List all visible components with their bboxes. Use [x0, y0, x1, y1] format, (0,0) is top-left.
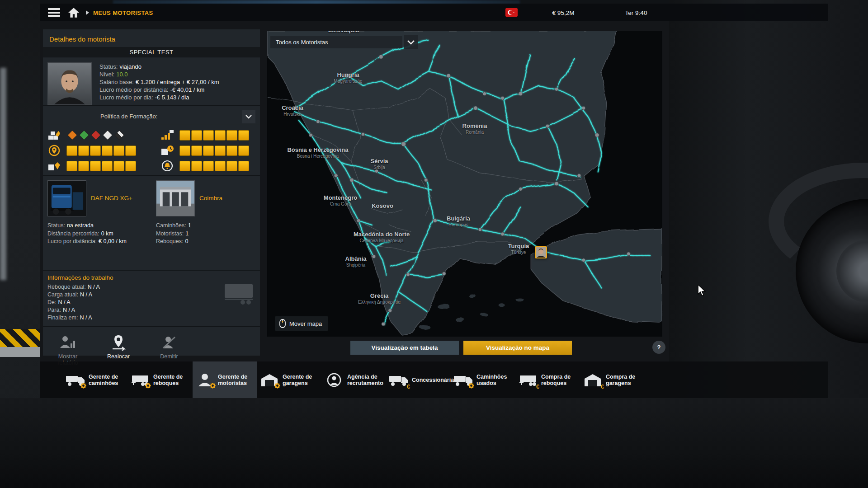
garage-stat-row: Caminhões:1: [156, 222, 191, 230]
garage-name-link[interactable]: Coimbra: [199, 195, 222, 202]
garage-stat-row: Reboques:0: [156, 238, 191, 246]
garage-gear-icon: [259, 373, 279, 387]
stat-profit-distance: Lucro médio por distância:-€ 40,01 / km: [99, 86, 219, 94]
trailer-buy-icon: €: [518, 373, 538, 387]
driver-photo: [47, 62, 92, 105]
trailer-placeholder-image: [223, 281, 255, 306]
fragile-time-icon: [160, 145, 175, 156]
recruitment-person-icon: [324, 373, 344, 387]
driver-filter-dropdown[interactable]: Todos os Motoristas: [270, 36, 402, 48]
report-icon: [48, 333, 87, 351]
bottombar-item-recruitment-agency[interactable]: Agência de recrutamento: [322, 361, 387, 398]
driver-stats: Status:viajando Nível:10.0 Salário base:…: [99, 63, 219, 101]
job-info-row: Finaliza em:N / A: [47, 314, 260, 322]
topbar: MEUS MOTORISTAS € 95,2M Ter 9:40: [40, 4, 828, 21]
skill-adr: [47, 129, 125, 141]
training-policy-dropdown[interactable]: Política de Formação:: [43, 109, 260, 125]
game-time: Ter 9:40: [611, 9, 661, 16]
map-canvas[interactable]: Eslováquia HungriaMagyarország CroáciaHr…: [267, 31, 662, 337]
view-table-button[interactable]: Visualização em tabela: [350, 341, 459, 355]
truck-stat-row: Lucro por distância:€ 0,00 / km: [47, 238, 127, 246]
destination-pin-icon: [47, 145, 62, 156]
driver-filter-expand-button[interactable]: [404, 35, 418, 49]
bottombar: Gerente de caminhões Gerente de reboques…: [40, 361, 828, 398]
truck-stat-row: Distância percorrida:0 km: [47, 230, 127, 238]
garage-floor: [0, 398, 868, 488]
used-truck-gear-icon: [453, 373, 473, 387]
skill-fragile: [160, 144, 249, 157]
bottombar-item-driver-manager[interactable]: Gerente de motoristas: [193, 361, 257, 398]
garage-stat-row: Motoristas:1: [156, 230, 191, 238]
bottombar-item-trailer-manager[interactable]: Gerente de reboques: [128, 361, 193, 398]
mouse-icon: [279, 319, 286, 328]
driver-actions: Mostrar relatório Realocar: [43, 327, 260, 366]
high-value-icon: [47, 160, 62, 172]
garage-buy-icon: €: [583, 373, 603, 387]
truck-stats: Status:na estrada Distância percorrida:0…: [47, 222, 127, 246]
urgent-bell-icon: [160, 160, 175, 172]
hamburger-menu-button[interactable]: [48, 8, 60, 17]
driver-manager-window: Detalhes do motorista SPECIAL TEST Statu…: [40, 21, 669, 361]
truck-stat-row: Status:na estrada: [47, 222, 127, 230]
truck-name-link[interactable]: DAF NGD XG+: [91, 195, 132, 202]
dealer-truck-icon: €: [389, 373, 409, 387]
truck-thumbnail[interactable]: [47, 180, 86, 216]
relocate-pin-icon: [99, 333, 138, 351]
dismiss-person-icon: [150, 333, 189, 351]
bottombar-item-garage-purchase[interactable]: € Compra de garagens: [580, 361, 645, 398]
long-distance-icon: [160, 129, 175, 141]
adr-icon: [47, 129, 62, 141]
garage-thumbnail[interactable]: [156, 180, 195, 216]
stat-level: Nível:10.0: [99, 70, 219, 78]
bottombar-item-dealers[interactable]: € Concessionárias: [387, 361, 451, 398]
hazard-class-icon: [114, 130, 125, 141]
floor-band: [0, 347, 40, 357]
skills-grid: [43, 125, 260, 176]
trailer-gear-icon: [130, 373, 150, 387]
breadcrumb[interactable]: MEUS MOTORISTAS: [93, 9, 153, 16]
breadcrumb-chevron-icon: [86, 10, 89, 15]
panel-title: Detalhes do motorista: [43, 29, 260, 47]
home-button[interactable]: [68, 7, 80, 18]
hazard-class-icon: [67, 130, 78, 141]
bottombar-item-garage-manager[interactable]: Gerente de garagens: [257, 361, 322, 398]
help-button[interactable]: ?: [652, 341, 665, 354]
driver-details-panel: Detalhes do motorista SPECIAL TEST Statu…: [43, 29, 260, 356]
stat-status: Status:viajando: [99, 63, 219, 70]
driver-name-header: SPECIAL TEST: [43, 47, 260, 57]
view-map-button[interactable]: Visualização no mapa: [463, 341, 572, 355]
europe-map: [267, 31, 662, 337]
chevron-down-icon[interactable]: [242, 110, 255, 123]
truck-gear-icon: [66, 373, 85, 387]
stat-salary: Salário base:€ 1.200 / entrega + € 27,00…: [99, 78, 219, 86]
driver-map-marker[interactable]: [535, 246, 547, 258]
skill-high-value: [47, 160, 136, 172]
turkish-flag-icon: [505, 8, 518, 17]
bottombar-item-trailer-purchase[interactable]: € Compra de reboques: [516, 361, 580, 398]
money-display: € 95,2M: [538, 9, 588, 16]
bottombar-item-truck-manager[interactable]: Gerente de caminhões: [63, 361, 128, 398]
skill-long-distance: [160, 129, 249, 141]
job-info-title: Informações do trabalho: [47, 274, 260, 281]
bottombar-item-used-trucks[interactable]: Caminhões usados: [451, 361, 516, 398]
job-info-row: Para:N / A: [47, 306, 260, 314]
hazard-class-icon: [91, 130, 101, 141]
hazard-class-icon: [79, 130, 90, 141]
skill-destination: [47, 144, 136, 157]
daylight-sliver: [0, 68, 6, 280]
hazard-class-icon: [103, 130, 113, 141]
training-policy-label: Política de Formação:: [100, 113, 157, 120]
skill-urgent: [160, 160, 249, 172]
move-map-button[interactable]: Mover mapa: [275, 316, 328, 331]
chevron-down-icon: [407, 40, 415, 45]
garage-stats: Caminhões:1 Motoristas:1 Reboques:0: [156, 222, 191, 246]
person-gear-icon: [195, 373, 215, 387]
mouse-cursor: [697, 285, 708, 297]
stat-profit-day: Lucro médio por dia:-€ 5.143 / dia: [99, 94, 219, 101]
hazard-stripe: [0, 329, 40, 347]
